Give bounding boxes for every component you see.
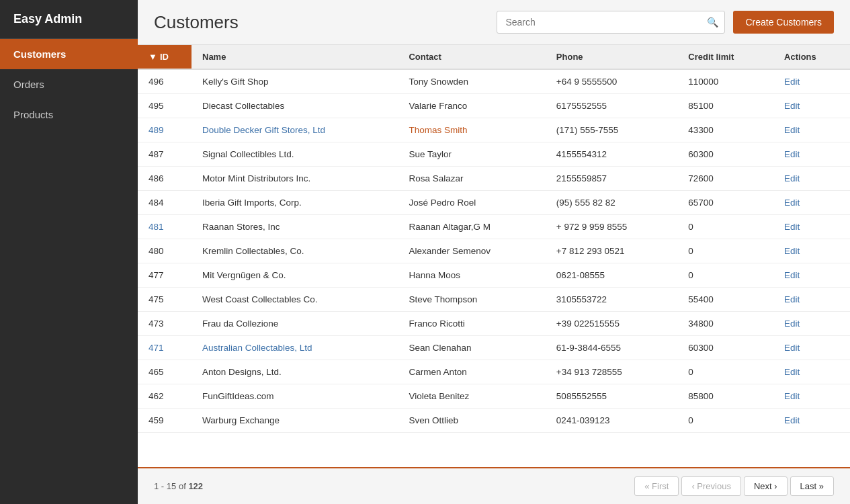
table-row: 477Mit Vergnügen & Co.Hanna Moos0621-085… [138,263,850,288]
cell-name: Motor Mint Distributors Inc. [192,167,398,191]
cell-actions: Edit [773,360,850,384]
cell-phone: (171) 555-7555 [546,118,677,142]
cell-credit: 60300 [677,142,773,167]
edit-link[interactable]: Edit [784,367,800,377]
create-customers-button[interactable]: Create Customers [733,11,834,34]
cell-phone: 61-9-3844-6555 [546,336,677,360]
cell-credit: 0 [677,360,773,384]
cell-name: Double Decker Gift Stores, Ltd [192,118,398,142]
column-header-id[interactable]: ▼ID [138,45,192,69]
sidebar-item-orders[interactable]: Orders [0,69,138,99]
cell-contact: Violeta Benitez [398,384,545,409]
edit-link[interactable]: Edit [784,391,800,401]
cell-actions: Edit [773,263,850,288]
pagination-of: of [179,481,188,491]
edit-link[interactable]: Edit [784,125,800,135]
cell-actions: Edit [773,239,850,263]
cell-name: West Coast Collectables Co. [192,288,398,312]
contact-link[interactable]: Thomas Smith [409,125,467,135]
edit-link[interactable]: Edit [784,198,800,208]
table-row: 496Kelly's Gift ShopTony Snowden+64 9 55… [138,69,850,94]
cell-id: 473 [138,312,192,336]
cell-id: 487 [138,142,192,167]
pagination-buttons: « First ‹ Previous Next › Last » [634,476,834,496]
table-row: 484Iberia Gift Imports, Corp.José Pedro … [138,191,850,215]
cell-credit: 0 [677,215,773,239]
prev-page-button[interactable]: ‹ Previous [681,476,741,496]
cell-actions: Edit [773,191,850,215]
id-link[interactable]: 471 [148,343,164,353]
edit-link[interactable]: Edit [784,319,800,329]
table-body: 496Kelly's Gift ShopTony Snowden+64 9 55… [138,69,850,433]
cell-credit: 55400 [677,288,773,312]
cell-contact: Rosa Salazar [398,167,545,191]
table-row: 475West Coast Collectables Co.Steve Thom… [138,288,850,312]
cell-id: 496 [138,69,192,94]
edit-link[interactable]: Edit [784,294,800,304]
edit-link[interactable]: Edit [784,222,800,232]
next-page-button[interactable]: Next › [744,476,788,496]
pagination-footer: 1 - 15 of 122 « First ‹ Previous Next › … [138,467,850,504]
sidebar-item-products[interactable]: Products [0,99,138,130]
cell-phone: (95) 555 82 82 [546,191,677,215]
table-row: 489Double Decker Gift Stores, LtdThomas … [138,118,850,142]
last-page-button[interactable]: Last » [790,476,834,496]
edit-link[interactable]: Edit [784,101,800,111]
main-content: Customers 🔍 Create Customers ▼ID Name Co… [138,0,850,504]
cell-id: 477 [138,263,192,288]
table-row: 480Kremlin Collectables, Co.Alexander Se… [138,239,850,263]
cell-phone: 5085552555 [546,384,677,409]
cell-actions: Edit [773,409,850,433]
table-row: 459Warburg ExchangeSven Ottlieb0241-0391… [138,409,850,433]
cell-id: 462 [138,384,192,409]
id-link[interactable]: 489 [148,125,164,135]
edit-link[interactable]: Edit [784,149,800,159]
cell-actions: Edit [773,94,850,118]
sidebar-item-customers[interactable]: Customers [0,39,138,69]
cell-name: Raanan Stores, Inc [192,215,398,239]
first-page-button[interactable]: « First [634,476,679,496]
cell-name: Kelly's Gift Shop [192,69,398,94]
edit-link[interactable]: Edit [784,415,800,425]
edit-link[interactable]: Edit [784,270,800,280]
cell-contact: Franco Ricotti [398,312,545,336]
cell-credit: 0 [677,409,773,433]
cell-phone: 0621-08555 [546,263,677,288]
edit-link[interactable]: Edit [784,173,800,183]
cell-name: Mit Vergnügen & Co. [192,263,398,288]
column-header-credit: Credit limit [677,45,773,69]
customers-table: ▼ID Name Contact Phone Credit limit Acti… [138,45,850,433]
name-link[interactable]: Double Decker Gift Stores, Ltd [202,125,325,135]
cell-name: Kremlin Collectables, Co. [192,239,398,263]
cell-phone: 4155554312 [546,142,677,167]
name-link[interactable]: Australian Collectables, Ltd [202,343,312,353]
cell-actions: Edit [773,215,850,239]
table-row: 487Signal Collectibles Ltd.Sue Taylor415… [138,142,850,167]
cell-id: 475 [138,288,192,312]
column-header-name: Name [192,45,398,69]
page-header: Customers 🔍 Create Customers [138,0,850,45]
cell-name: Anton Designs, Ltd. [192,360,398,384]
edit-link[interactable]: Edit [784,246,800,256]
cell-id: 465 [138,360,192,384]
cell-contact: Raanan Altagar,G M [398,215,545,239]
table-header-row: ▼ID Name Contact Phone Credit limit Acti… [138,45,850,69]
cell-actions: Edit [773,142,850,167]
edit-link[interactable]: Edit [784,343,800,353]
cell-name: Warburg Exchange [192,409,398,433]
cell-actions: Edit [773,384,850,409]
cell-actions: Edit [773,118,850,142]
cell-credit: 85800 [677,384,773,409]
cell-credit: 34800 [677,312,773,336]
cell-name: Iberia Gift Imports, Corp. [192,191,398,215]
cell-credit: 65700 [677,191,773,215]
id-link[interactable]: 481 [148,222,164,232]
cell-name: Frau da Collezione [192,312,398,336]
search-input[interactable] [497,11,725,34]
edit-link[interactable]: Edit [784,77,800,87]
cell-id: 486 [138,167,192,191]
cell-contact: Sean Clenahan [398,336,545,360]
column-header-phone: Phone [546,45,677,69]
cell-name: Australian Collectables, Ltd [192,336,398,360]
cell-id: 471 [138,336,192,360]
